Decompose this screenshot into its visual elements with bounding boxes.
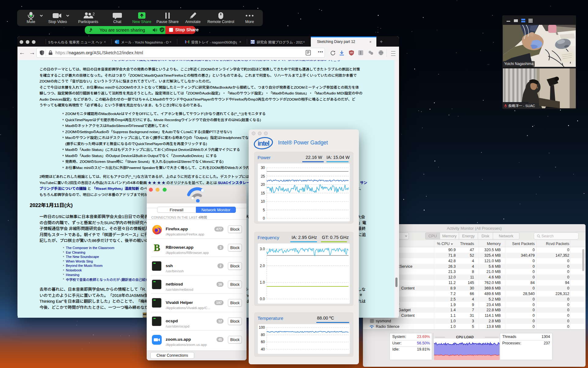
svg-text:100: 100 — [259, 325, 265, 330]
svg-text:60: 60 — [261, 340, 265, 344]
svg-text:3.0: 3.0 — [260, 247, 265, 251]
svg-text:20: 20 — [261, 182, 265, 187]
svg-text:40: 40 — [261, 347, 265, 351]
svg-text:10: 10 — [261, 199, 265, 204]
svg-text:0: 0 — [263, 216, 265, 220]
svg-text:1.0: 1.0 — [260, 280, 265, 285]
svg-text:80: 80 — [261, 333, 265, 337]
svg-text:30: 30 — [261, 166, 265, 170]
svg-text:5: 5 — [263, 208, 265, 212]
svg-text:0.0: 0.0 — [260, 297, 265, 301]
svg-text:25: 25 — [261, 174, 265, 178]
svg-text:2.0: 2.0 — [260, 264, 265, 268]
svg-text:15: 15 — [261, 191, 265, 195]
